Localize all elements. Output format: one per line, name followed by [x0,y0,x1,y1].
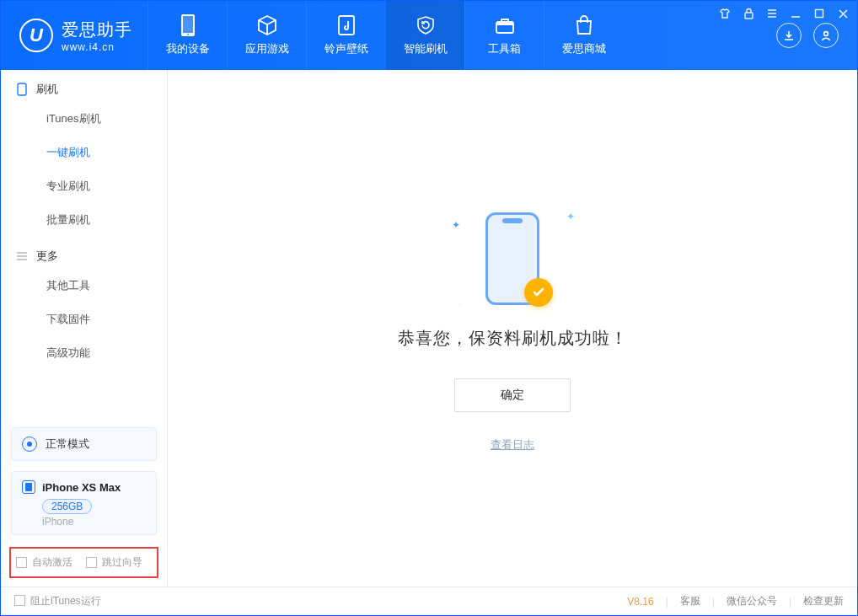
ok-button[interactable]: 确定 [454,378,571,412]
sparkle-icon: · [458,298,461,310]
svg-rect-3 [339,16,354,35]
window-controls [717,6,850,21]
version-label: V8.16 [627,596,653,608]
app-window: U 爱思助手 www.i4.cn 我的设备 应用游戏 铃声壁纸 智能刷机 [0,0,858,616]
footer: 阻止iTunes运行 V8.16 | 客服 | 微信公众号 | 检查更新 [1,587,857,615]
sidebar-item-itunes-flash[interactable]: iTunes刷机 [1,102,167,136]
device-type: iPhone [42,516,146,528]
tab-apps-games[interactable]: 应用游戏 [227,1,306,70]
success-message: 恭喜您，保资料刷机成功啦！ [398,327,628,350]
view-log-link[interactable]: 查看日志 [491,437,534,453]
refresh-shield-icon [415,14,437,36]
cube-icon [256,14,278,36]
device-card[interactable]: iPhone XS Max 256GB iPhone [11,471,157,535]
svg-rect-10 [25,483,32,491]
svg-rect-8 [816,10,823,18]
mode-indicator-icon [22,437,37,452]
sidebar-group-more: 更多 [1,237,167,269]
sidebar-item-batch-flash[interactable]: 批量刷机 [1,203,167,237]
sidebar-item-pro-flash[interactable]: 专业刷机 [1,169,167,203]
minimize-icon[interactable] [788,6,803,21]
music-file-icon [335,14,357,36]
footer-right: V8.16 | 客服 | 微信公众号 | 检查更新 [627,594,844,608]
tab-store[interactable]: 爱思商城 [544,1,623,70]
list-icon [16,250,28,262]
tab-my-device[interactable]: 我的设备 [147,1,227,70]
app-name: 爱思助手 [62,19,132,41]
lock-icon[interactable] [741,6,756,21]
download-icon[interactable] [776,23,802,48]
svg-point-6 [824,32,829,36]
tab-smart-flash[interactable]: 智能刷机 [385,1,464,70]
main-content: ✦ ✦ · 恭喜您，保资料刷机成功啦！ 确定 查看日志 [168,70,857,587]
svg-rect-7 [745,13,753,19]
header: U 爱思助手 www.i4.cn 我的设备 应用游戏 铃声壁纸 智能刷机 [1,1,857,70]
user-icon[interactable] [813,23,839,48]
toolbox-icon [494,14,516,36]
phone-icon [177,14,199,36]
tab-ringtones-wallpapers[interactable]: 铃声壁纸 [306,1,385,70]
svg-rect-1 [183,16,193,33]
wechat-link[interactable]: 微信公众号 [727,594,777,608]
svg-rect-9 [18,83,26,95]
close-icon[interactable] [835,6,850,21]
device-name-row: iPhone XS Max [22,480,146,494]
checkbox-skip-guide[interactable]: 跳过向导 [86,555,142,570]
shirt-icon[interactable] [717,6,732,21]
device-phone-icon [22,480,35,494]
mode-label: 正常模式 [46,437,89,452]
sidebar-item-one-click-flash[interactable]: 一键刷机 [1,136,167,169]
logo-icon: U [19,19,53,52]
sparkle-icon: ✦ [566,211,575,222]
mode-status[interactable]: 正常模式 [11,427,157,461]
flash-options-highlight: 自动激活 跳过向导 [9,547,158,578]
body: 刷机 iTunes刷机 一键刷机 专业刷机 批量刷机 更多 其他工具 下载固件 … [1,70,857,587]
menu-icon[interactable] [764,6,780,21]
sidebar-item-other-tools[interactable]: 其他工具 [1,269,167,303]
svg-point-2 [187,34,189,35]
check-update-link[interactable]: 检查更新 [803,594,844,608]
sparkle-icon: ✦ [452,219,460,231]
bag-icon [573,14,595,36]
svg-rect-5 [496,22,513,25]
app-url: www.i4.cn [62,41,132,53]
maximize-icon[interactable] [812,6,827,21]
success-check-icon [524,278,553,307]
checkbox-stop-itunes[interactable]: 阻止iTunes运行 [14,594,101,608]
sidebar: 刷机 iTunes刷机 一键刷机 专业刷机 批量刷机 更多 其他工具 下载固件 … [1,70,168,587]
logo-text: 爱思助手 www.i4.cn [62,19,132,53]
sidebar-group-flash: 刷机 [1,70,167,102]
checkbox-auto-activate[interactable]: 自动激活 [16,555,72,570]
sidebar-item-advanced[interactable]: 高级功能 [1,336,167,370]
support-link[interactable]: 客服 [680,594,700,608]
device-small-icon [16,83,28,95]
nav-tabs: 我的设备 应用游戏 铃声壁纸 智能刷机 工具箱 爱思商城 [147,1,776,70]
sidebar-item-download-firmware[interactable]: 下载固件 [1,303,167,336]
logo[interactable]: U 爱思助手 www.i4.cn [1,1,147,70]
device-storage: 256GB [42,499,92,514]
device-name: iPhone XS Max [42,481,121,494]
success-illustration: ✦ ✦ · [437,204,588,313]
tab-toolbox[interactable]: 工具箱 [464,1,544,70]
footer-left: 阻止iTunes运行 [14,594,101,608]
